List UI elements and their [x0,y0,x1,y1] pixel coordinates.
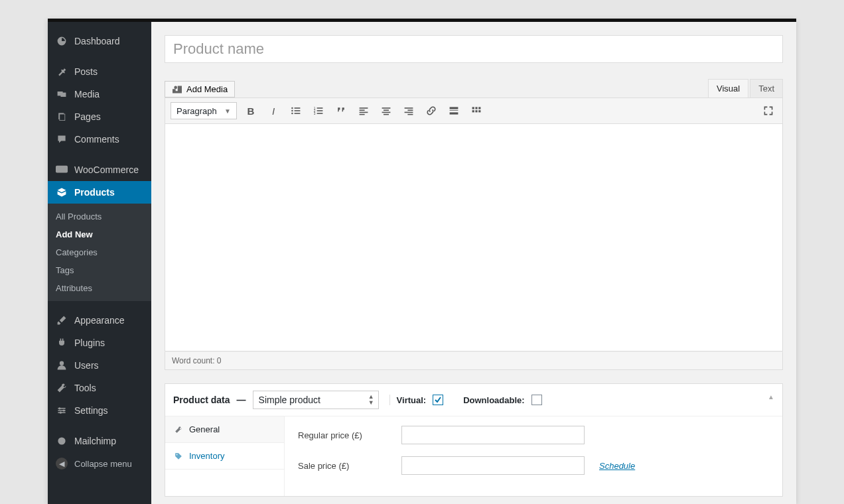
downloadable-checkbox[interactable] [531,395,542,405]
sidebar-sub-add-new[interactable]: Add New [48,225,151,243]
blockquote-button[interactable] [332,102,350,119]
sidebar-item-media[interactable]: Media [48,83,151,105]
sidebar-item-label: Products [74,187,115,198]
virtual-label: Virtual: [397,395,427,405]
bold-button[interactable]: B [242,102,259,119]
downloadable-label: Downloadable: [463,395,524,405]
collapse-menu-button[interactable]: ◀ Collapse menu [48,452,151,475]
media-icon [172,85,182,94]
sidebar-item-label: Settings [74,405,108,416]
sidebar-item-appearance[interactable]: Appearance [48,309,151,332]
svg-rect-43 [478,110,480,112]
product-type-value: Simple product [259,395,320,405]
svg-rect-23 [360,107,368,109]
toolbar-toggle-button[interactable] [468,102,485,119]
product-type-select[interactable]: Simple product ▲▼ [253,391,379,409]
svg-rect-38 [472,107,474,109]
sidebar-item-tools[interactable]: Tools [48,377,151,399]
plug-icon [56,338,68,348]
wrench-icon [175,426,184,434]
sale-price-input[interactable] [401,456,585,475]
product-title-input[interactable] [165,35,783,63]
sidebar-item-mailchimp[interactable]: Mailchimp [48,430,151,452]
sidebar-sub-categories[interactable]: Categories [48,243,151,261]
comments-icon [56,134,68,145]
schedule-link[interactable]: Schedule [599,461,635,471]
sidebar-item-label: Tools [74,383,96,393]
svg-rect-36 [450,110,458,111]
pages-icon [56,111,68,122]
link-button[interactable] [423,102,440,119]
sidebar-item-posts[interactable]: Posts [48,60,151,83]
format-label: Paragraph [176,106,217,116]
sidebar-item-comments[interactable]: Comments [48,128,151,151]
sidebar-item-products[interactable]: Products [48,181,151,204]
svg-rect-34 [407,114,413,115]
svg-rect-31 [405,107,413,109]
pd-tab-general[interactable]: General [165,416,284,443]
woocommerce-icon [56,165,68,174]
align-right-button[interactable] [400,102,417,119]
read-more-button[interactable] [445,102,462,119]
svg-rect-28 [384,109,389,111]
tab-visual[interactable]: Visual [708,79,748,97]
products-icon [56,187,68,198]
sidebar-item-settings[interactable]: Settings [48,399,151,422]
pd-tab-inventory[interactable]: Inventory [165,443,284,470]
bullet-list-button[interactable] [287,102,305,119]
panel-collapse-toggle[interactable]: ▲ [768,393,774,401]
align-center-button[interactable] [378,102,395,119]
add-media-label: Add Media [186,84,228,94]
sidebar-item-users[interactable]: Users [48,354,151,377]
svg-point-9 [58,437,65,444]
sidebar-item-woocommerce[interactable]: WooCommerce [48,158,151,181]
virtual-checkbox[interactable] [433,395,443,405]
editor-content-area[interactable] [165,123,783,351]
svg-point-7 [63,409,65,411]
products-submenu: All Products Add New Categories Tags Att… [48,204,151,301]
product-data-panel: Product data — Simple product ▲▼ Virtual… [165,383,783,497]
svg-rect-25 [360,112,368,113]
admin-sidebar: Dashboard Posts Media Pages Comments Woo… [48,22,151,504]
sidebar-sub-all-products[interactable]: All Products [48,208,151,225]
svg-rect-1 [60,93,66,97]
sidebar-sub-attributes[interactable]: Attributes [48,279,151,297]
sidebar-item-pages[interactable]: Pages [48,105,151,128]
svg-rect-18 [317,107,323,109]
svg-rect-29 [382,112,391,113]
sidebar-item-label: Comments [74,134,119,145]
collapse-label: Collapse menu [74,459,132,469]
sidebar-item-plugins[interactable]: Plugins [48,332,151,354]
svg-rect-41 [472,110,474,112]
number-list-button[interactable]: 123 [310,102,327,119]
product-data-dash: — [237,395,246,405]
svg-rect-20 [317,110,323,111]
add-media-button[interactable]: Add Media [165,81,235,97]
sidebar-sub-tags[interactable]: Tags [48,261,151,279]
svg-rect-35 [450,107,458,109]
tab-text[interactable]: Text [750,79,783,97]
sidebar-item-label: Mailchimp [74,436,116,446]
fullscreen-button[interactable] [760,102,777,119]
format-select[interactable]: Paragraph ▼ [171,102,237,119]
align-left-button[interactable] [355,102,372,119]
svg-point-13 [291,110,293,111]
svg-rect-37 [450,112,458,114]
svg-rect-32 [407,109,413,111]
sidebar-item-dashboard[interactable]: Dashboard [48,30,151,52]
regular-price-label: Regular price (£) [298,430,391,440]
svg-rect-3 [60,114,65,121]
media-icon [56,89,68,99]
svg-rect-40 [478,107,480,109]
svg-rect-30 [384,114,389,115]
svg-point-5 [60,361,64,365]
regular-price-input[interactable] [401,426,585,444]
italic-button[interactable]: I [265,102,282,119]
tag-icon [175,452,184,460]
svg-rect-14 [295,110,301,111]
pd-tab-label: General [189,424,220,434]
mailchimp-icon [56,436,68,446]
svg-point-11 [291,107,293,109]
svg-point-6 [58,407,60,409]
collapse-icon: ◀ [56,458,68,470]
